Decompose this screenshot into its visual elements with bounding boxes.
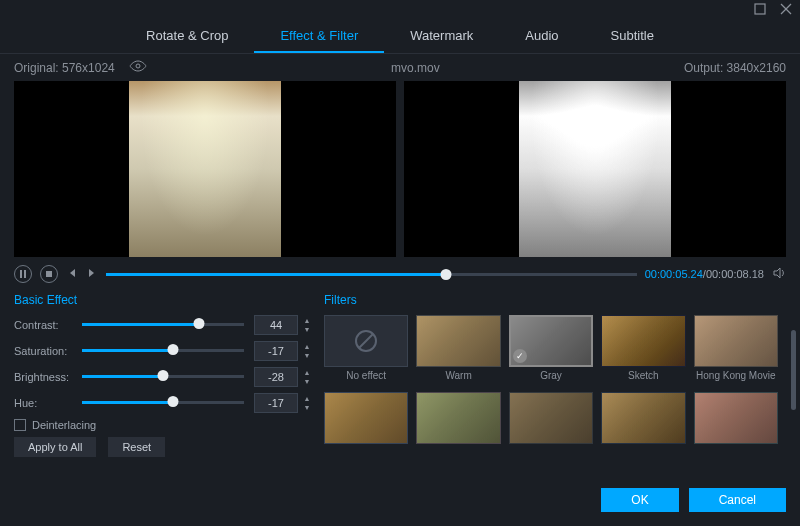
stepper-up-icon[interactable]: ▲ [300,394,314,403]
stepper-down-icon[interactable]: ▼ [300,351,314,360]
filter-label [694,447,778,461]
filter-thumbnail[interactable] [324,392,408,444]
filter-label: Hong Kong Movie [694,370,778,384]
effect-slider[interactable] [82,395,244,411]
pause-button[interactable] [14,265,32,283]
close-icon[interactable] [780,3,792,18]
tab-rotate-crop[interactable]: Rotate & Crop [120,20,254,53]
effect-value[interactable]: -17 [254,341,298,361]
filters-title: Filters [324,293,786,307]
tab-watermark[interactable]: Watermark [384,20,499,53]
filter-thumbnail[interactable] [601,315,685,367]
svg-rect-6 [46,271,52,277]
stepper-down-icon[interactable]: ▼ [300,403,314,412]
effect-slider[interactable] [82,343,244,359]
tab-effect-filter[interactable]: Effect & Filter [254,20,384,53]
stepper-up-icon[interactable]: ▲ [300,316,314,325]
effect-slider[interactable] [82,369,244,385]
preview-original [14,81,396,257]
effect-value[interactable]: -28 [254,367,298,387]
apply-to-all-button[interactable]: Apply to All [14,437,96,457]
filter-thumbnail[interactable] [509,392,593,444]
deinterlacing-checkbox[interactable]: Deinterlacing [14,419,314,431]
next-frame-button[interactable] [86,267,98,282]
tab-subtitle[interactable]: Subtitle [585,20,680,53]
filter-thumbnail[interactable] [601,392,685,444]
cancel-button[interactable]: Cancel [689,488,786,512]
stepper-down-icon[interactable]: ▼ [300,377,314,386]
filter-thumbnail[interactable] [694,315,778,367]
reset-button[interactable]: Reset [108,437,165,457]
stepper-down-icon[interactable]: ▼ [300,325,314,334]
prev-frame-button[interactable] [66,267,78,282]
filter-label: Gray [509,370,593,384]
filter-label [601,447,685,461]
filter-label [324,447,408,461]
svg-point-3 [136,64,140,68]
deinterlacing-label: Deinterlacing [32,419,96,431]
preview-output [404,81,786,257]
filters-scrollbar[interactable] [791,330,796,410]
svg-rect-5 [24,270,26,278]
svg-rect-4 [20,270,22,278]
stepper-up-icon[interactable]: ▲ [300,342,314,351]
effect-label: Contrast: [14,319,82,331]
tab-bar: Rotate & Crop Effect & Filter Watermark … [0,20,800,54]
output-size-label: Output: 3840x2160 [684,61,786,75]
filter-thumbnail[interactable]: ✓ [509,315,593,367]
original-size-label: Original: 576x1024 [14,61,115,75]
filter-thumbnail[interactable] [324,315,408,367]
filter-thumbnail[interactable] [694,392,778,444]
time-current: 00:00:05.24 [645,268,703,280]
check-icon: ✓ [513,349,527,363]
filter-thumbnail[interactable] [416,315,500,367]
seek-slider[interactable] [106,266,637,282]
filter-thumbnail[interactable] [416,392,500,444]
effect-value[interactable]: -17 [254,393,298,413]
tab-audio[interactable]: Audio [499,20,584,53]
effect-slider[interactable] [82,317,244,333]
filter-label [416,447,500,461]
ok-button[interactable]: OK [601,488,678,512]
effect-value[interactable]: 44 [254,315,298,335]
volume-icon[interactable] [772,266,786,283]
maximize-icon[interactable] [754,3,766,18]
filename-label: mvo.mov [147,61,684,75]
checkbox-icon [14,419,26,431]
svg-rect-0 [755,4,765,14]
effect-label: Brightness: [14,371,82,383]
filter-label: Warm [416,370,500,384]
stepper-up-icon[interactable]: ▲ [300,368,314,377]
effect-label: Saturation: [14,345,82,357]
filter-label: No effect [324,370,408,384]
effect-label: Hue: [14,397,82,409]
filter-label: Sketch [601,370,685,384]
svg-line-8 [359,334,373,348]
filter-label [509,447,593,461]
basic-effect-title: Basic Effect [14,293,314,307]
time-total: 00:00:08.18 [706,268,764,280]
stop-button[interactable] [40,265,58,283]
preview-toggle-icon[interactable] [129,60,147,75]
